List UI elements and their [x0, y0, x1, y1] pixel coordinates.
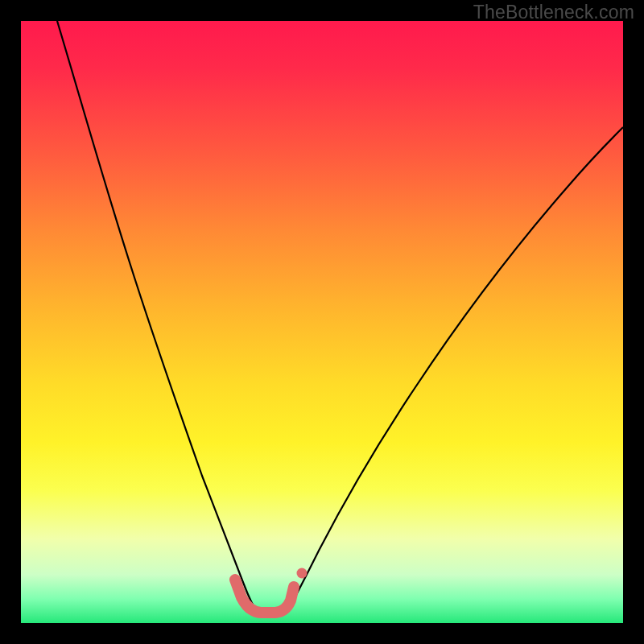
- left-curve: [57, 21, 257, 612]
- watermark-text: TheBottleneck.com: [473, 2, 634, 23]
- plot-area: [21, 21, 623, 623]
- chart-svg: [21, 21, 623, 623]
- extra-dot: [297, 568, 308, 579]
- right-curve: [287, 127, 623, 612]
